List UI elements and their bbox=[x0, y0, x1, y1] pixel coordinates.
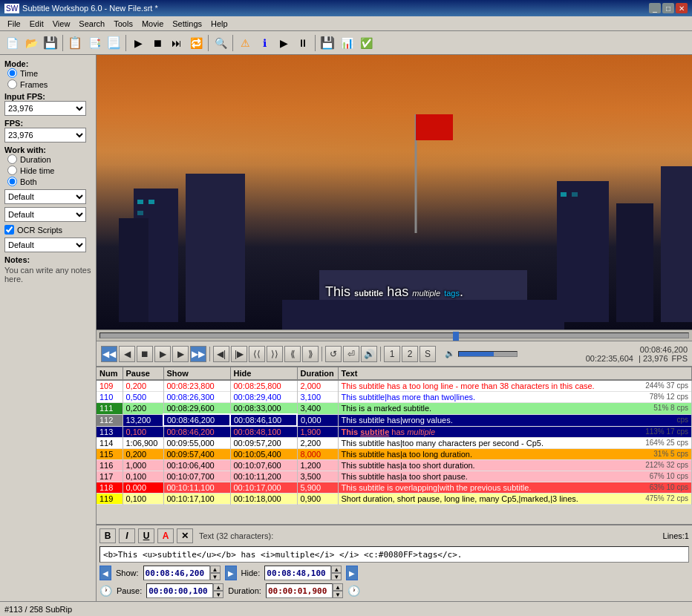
dropdown-1[interactable]: Default bbox=[4, 189, 86, 204]
table-row[interactable]: 109 0,200 00:08:23,800 00:08:25,800 2,00… bbox=[97, 380, 692, 392]
minimize-button[interactable]: _ bbox=[649, 3, 661, 13]
hide-input[interactable] bbox=[264, 566, 331, 580]
show-spin-down[interactable]: ▼ bbox=[210, 573, 221, 580]
transport-sub-prev[interactable]: ◀| bbox=[213, 346, 229, 362]
transport-1[interactable]: 1 bbox=[384, 346, 400, 362]
toolbar-btn-12[interactable]: 💾 bbox=[319, 34, 336, 52]
mode-time-option[interactable]: Time bbox=[7, 68, 91, 78]
table-row[interactable]: 117 0,100 00:10:07,700 00:10:11,200 3,50… bbox=[97, 471, 692, 482]
transport-btn-b[interactable]: ⟩⟩ bbox=[267, 346, 283, 362]
work-duration-option[interactable]: Duration bbox=[7, 154, 91, 164]
show-prev-btn[interactable]: ◀ bbox=[99, 566, 111, 580]
transport-next-btn[interactable]: ▶▶ bbox=[190, 346, 206, 362]
transport-prev-btn[interactable]: ◀◀ bbox=[101, 346, 117, 362]
toolbar-btn-10[interactable]: ▶ bbox=[275, 34, 293, 52]
transport-btn-e[interactable]: ⏎ bbox=[343, 346, 359, 362]
underline-button[interactable]: U bbox=[138, 528, 154, 543]
duration-clock-icon[interactable]: 🕐 bbox=[347, 585, 360, 597]
table-row[interactable]: 119 0,100 00:10:17,100 00:10:18,000 0,90… bbox=[97, 494, 692, 505]
menu-movie[interactable]: Movie bbox=[137, 18, 168, 30]
window-controls[interactable]: _ □ ✕ bbox=[649, 3, 688, 13]
search-button[interactable]: 🔍 bbox=[212, 34, 229, 52]
hide-spin-up[interactable]: ▲ bbox=[331, 566, 342, 573]
toolbar-btn-7[interactable]: 🔁 bbox=[187, 34, 205, 52]
transport-stop[interactable]: ⏹ bbox=[137, 346, 153, 362]
subtitle-table-container[interactable]: Num Pause Show Hide Duration Text 109 0,… bbox=[97, 367, 692, 524]
duration-input[interactable] bbox=[266, 583, 333, 598]
hide-next-btn[interactable]: ▶ bbox=[346, 566, 358, 580]
mode-frames-option[interactable]: Frames bbox=[7, 79, 91, 89]
toolbar-btn-2[interactable]: 📋 bbox=[66, 34, 84, 52]
toolbar-btn-3[interactable]: 📑 bbox=[85, 34, 103, 52]
transport-btn-f[interactable]: 🔊 bbox=[361, 346, 377, 362]
toolbar-btn-8[interactable]: ⚠ bbox=[236, 34, 254, 52]
menu-settings[interactable]: Settings bbox=[168, 18, 206, 30]
transport-sub-next[interactable]: |▶ bbox=[231, 346, 247, 362]
open-button[interactable]: 📂 bbox=[22, 34, 40, 52]
mode-time-radio[interactable] bbox=[7, 68, 17, 78]
save-button[interactable]: 💾 bbox=[42, 34, 59, 52]
toolbar-btn-13[interactable]: 📊 bbox=[338, 34, 356, 52]
table-row[interactable]: 113 0,100 00:08:46,200 00:08:48,100 1,90… bbox=[97, 426, 692, 438]
close-button[interactable]: ✕ bbox=[676, 3, 688, 13]
transport-play[interactable]: ▶ bbox=[154, 346, 171, 362]
dropdown-2[interactable]: Default bbox=[4, 207, 86, 222]
pause-input[interactable] bbox=[146, 583, 213, 598]
input-fps-dropdown[interactable]: 23,976 bbox=[4, 101, 86, 116]
play-button[interactable]: ▶ bbox=[129, 34, 147, 52]
new-button[interactable]: 📄 bbox=[3, 34, 21, 52]
toolbar-btn-4[interactable]: 📃 bbox=[105, 34, 123, 52]
toolbar-btn-5[interactable]: ⏹ bbox=[148, 34, 166, 52]
work-both-option[interactable]: Both bbox=[7, 177, 91, 186]
transport-2[interactable]: 2 bbox=[402, 346, 418, 362]
menu-view[interactable]: View bbox=[48, 18, 75, 30]
menu-help[interactable]: Help bbox=[206, 18, 232, 30]
table-row[interactable]: 118 0,000 00:10:11,100 00:10:17,000 5,90… bbox=[97, 482, 692, 494]
transport-btn-d[interactable]: ⟫ bbox=[302, 346, 319, 362]
fps-dropdown[interactable]: 23,976 bbox=[4, 128, 86, 142]
menu-file[interactable]: File bbox=[3, 18, 25, 30]
italic-button[interactable]: I bbox=[119, 528, 135, 543]
transport-btn-c[interactable]: ⟪ bbox=[284, 346, 301, 362]
work-hidetime-option[interactable]: Hide time bbox=[7, 166, 91, 175]
transport-next-frame[interactable]: ▶ bbox=[172, 346, 189, 362]
table-row[interactable]: 115 0,200 00:09:57,400 00:10:05,400 8,00… bbox=[97, 449, 692, 460]
maximize-button[interactable]: □ bbox=[662, 3, 674, 13]
transport-prev-frame[interactable]: ◀ bbox=[119, 346, 135, 362]
table-row[interactable]: 114 1:06,900 00:09:55,000 00:09:57,200 2… bbox=[97, 438, 692, 449]
toolbar-btn-14[interactable]: ✅ bbox=[357, 34, 375, 52]
menu-edit[interactable]: Edit bbox=[25, 18, 48, 30]
toolbar-btn-9[interactable]: ℹ bbox=[255, 34, 273, 52]
transport-s[interactable]: S bbox=[420, 346, 436, 362]
clear-format-button[interactable]: ✕ bbox=[177, 528, 193, 543]
table-row[interactable]: 112 13,200 00:08:46,200 00:08:46,100 0,0… bbox=[97, 414, 692, 426]
seekbar-area[interactable] bbox=[97, 330, 692, 341]
table-row[interactable]: 110 0,500 00:08:26,300 00:08:29,400 3,10… bbox=[97, 392, 692, 403]
pause-spin-up[interactable]: ▲ bbox=[213, 583, 223, 591]
volume-bar[interactable] bbox=[458, 351, 518, 357]
toolbar-btn-6[interactable]: ⏭ bbox=[168, 34, 186, 52]
duration-spin-up[interactable]: ▲ bbox=[333, 583, 343, 591]
toolbar-btn-11[interactable]: ⏸ bbox=[294, 34, 312, 52]
text-edit-input[interactable] bbox=[99, 546, 689, 563]
pause-spin-down[interactable]: ▼ bbox=[213, 591, 223, 598]
seekbar-track[interactable] bbox=[99, 332, 689, 338]
table-row[interactable]: 111 0,200 00:08:29,600 00:08:33,000 3,40… bbox=[97, 403, 692, 415]
bold-button[interactable]: B bbox=[99, 528, 116, 543]
show-spin-up[interactable]: ▲ bbox=[210, 566, 221, 573]
color-button[interactable]: A bbox=[157, 528, 174, 543]
show-input[interactable] bbox=[143, 566, 210, 580]
seekbar-thumb[interactable] bbox=[453, 332, 459, 341]
ocr-checkbox[interactable] bbox=[4, 225, 14, 235]
table-row[interactable]: 116 1,000 00:10:06,400 00:10:07,600 1,20… bbox=[97, 460, 692, 471]
show-next-btn[interactable]: ▶ bbox=[225, 566, 237, 580]
mode-frames-radio[interactable] bbox=[7, 79, 17, 89]
transport-btn-a[interactable]: ⟨⟨ bbox=[249, 346, 265, 362]
hide-spin-down[interactable]: ▼ bbox=[331, 573, 342, 580]
menu-tools[interactable]: Tools bbox=[109, 18, 137, 30]
work-both-radio[interactable] bbox=[7, 177, 17, 186]
duration-spin-down[interactable]: ▼ bbox=[333, 591, 343, 598]
work-duration-radio[interactable] bbox=[7, 154, 17, 164]
transport-loop[interactable]: ↺ bbox=[325, 346, 342, 362]
ocr-dropdown[interactable]: Default bbox=[4, 237, 86, 252]
